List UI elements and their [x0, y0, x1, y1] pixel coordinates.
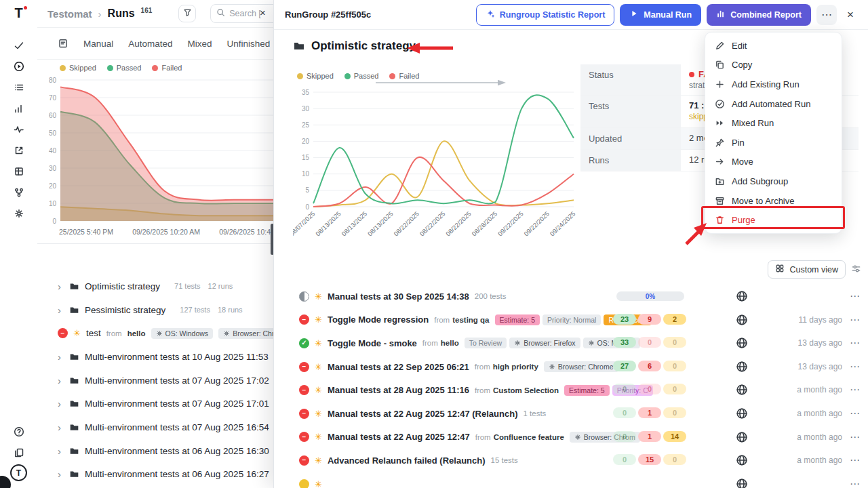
rail-item-help[interactable] — [9, 422, 28, 441]
close-panel-button[interactable]: × — [842, 5, 859, 25]
run-row[interactable]: − ✳ Manual tests at 22 Aug 2025 12:47 fr… — [274, 426, 868, 449]
legend-skipped: Skipped — [60, 64, 96, 72]
menu-item-add-automated-run[interactable]: Add Automated Run — [705, 94, 842, 114]
search-clear-button[interactable]: × — [260, 7, 266, 18]
folder-name[interactable]: Optimistic strategy — [85, 281, 160, 291]
rail-item-plans[interactable] — [9, 78, 28, 97]
run-menu-button[interactable]: ⋯ — [850, 431, 860, 443]
run-title[interactable]: Toggle Mode - smoke — [328, 338, 417, 348]
rail-item-reports[interactable] — [9, 162, 28, 181]
run-menu-button[interactable]: ⋯ — [850, 478, 860, 488]
gear-icon — [14, 208, 24, 219]
rail-item-tests[interactable] — [9, 36, 28, 55]
run-title[interactable]: Manual tests at 22 Sep 2025 06:21 — [328, 362, 469, 372]
rail-item-pulse[interactable] — [9, 120, 28, 139]
combined-report-button[interactable]: Combined Report — [707, 4, 811, 26]
filter-button[interactable] — [178, 5, 196, 22]
run-status-icon: − — [58, 328, 68, 338]
chevron-right-icon[interactable]: › — [58, 422, 64, 432]
chevron-right-icon[interactable]: › — [58, 281, 64, 291]
folder-name[interactable]: Pessimistic strategy — [85, 305, 165, 315]
more-actions-button[interactable]: ⋯ — [816, 5, 837, 25]
manual-run-button[interactable]: Manual Run — [620, 4, 701, 26]
run-row[interactable]: ✳ Manual tests at 30 Sep 2025 14:38 200 … — [274, 285, 868, 308]
detail-label: Tests — [580, 96, 681, 127]
folder-name[interactable]: Multi-environment tests at 06 Aug 2025 1… — [85, 469, 269, 479]
run-title[interactable]: Manual tests at 22 Aug 2025 12:47 — [328, 432, 470, 442]
folder-name[interactable]: Multi-environment tests at 07 Aug 2025 1… — [85, 399, 269, 409]
menu-item-mixed-run[interactable]: Mixed Run — [705, 113, 842, 133]
custom-view-button[interactable]: Custom view — [768, 260, 846, 279]
run-timestamp: 13 days ago — [798, 338, 842, 348]
runs-list: ✳ Manual tests at 30 Sep 2025 14:38 200 … — [274, 285, 868, 488]
chevron-right-icon[interactable]: › — [58, 469, 64, 479]
rail-item-runs[interactable] — [9, 57, 28, 76]
run-row[interactable]: ✓ ✳ Toggle Mode - smoke fromhello To Rev… — [274, 331, 868, 355]
run-row[interactable]: ✳ ⋯ — [274, 472, 868, 488]
env-badge: OS: Windows — [151, 328, 214, 339]
run-menu-button[interactable]: ⋯ — [850, 337, 860, 349]
run-menu-button[interactable]: ⋯ — [850, 454, 860, 466]
rail-item-settings[interactable] — [9, 204, 28, 223]
menu-item-add-subgroup[interactable]: Add Subgroup — [705, 171, 842, 191]
run-row-main: − ✳ Manual tests at 22 Aug 2025 12:47 (R… — [299, 402, 546, 426]
rail-item-branches[interactable] — [9, 183, 28, 202]
run-menu-button[interactable]: ⋯ — [850, 384, 860, 396]
run-menu-button[interactable]: ⋯ — [850, 290, 860, 302]
count-pill: 0 — [613, 454, 636, 465]
run-row[interactable]: − ✳ Toggle Mode regression fromtesting q… — [274, 308, 868, 332]
menu-item-label: Add Automated Run — [732, 99, 810, 109]
menu-item-pin[interactable]: Pin — [705, 133, 842, 152]
folder-name[interactable]: Multi-environment tests at 06 Aug 2025 1… — [85, 446, 269, 456]
run-subtitle: fromhello — [422, 339, 459, 347]
run-row-main: − ✳ Manual tests at 28 Aug 2025 11:16 fr… — [299, 378, 653, 402]
check-icon — [14, 40, 24, 51]
folder-plus-icon — [715, 176, 725, 186]
chevron-right-icon[interactable]: › — [58, 399, 64, 409]
svg-text:09/22/2025: 09/22/2025 — [522, 210, 551, 238]
view-settings-icon[interactable] — [851, 264, 861, 277]
run-menu-button[interactable]: ⋯ — [850, 314, 860, 326]
breadcrumb-app[interactable]: Testomat — [47, 8, 92, 20]
run-row[interactable]: − ✳ Advanced Relaunch failed (Relaunch) … — [274, 449, 868, 472]
menu-item-move[interactable]: Move — [705, 152, 842, 172]
run-menu-button[interactable]: ⋯ — [850, 407, 860, 420]
folder-name[interactable]: Multi-environment tests at 10 Aug 2025 1… — [85, 352, 269, 362]
globe-icon — [736, 384, 748, 396]
chevron-right-icon[interactable]: › — [58, 305, 64, 315]
chevron-right-icon[interactable]: › — [58, 352, 64, 362]
user-avatar[interactable]: T — [10, 464, 27, 481]
tab-automated[interactable]: Automated — [128, 39, 172, 49]
rail-item-export[interactable] — [9, 141, 28, 160]
run-title[interactable]: Toggle Mode regression — [328, 314, 429, 325]
run-timestamp: a month ago — [797, 409, 842, 418]
run-row[interactable]: − ✳ Manual tests at 22 Sep 2025 06:21 fr… — [274, 355, 868, 379]
run-title[interactable]: Manual tests at 22 Aug 2025 12:47 (Relau… — [328, 409, 518, 419]
rungroup-statistic-report-button[interactable]: Rungroup Statistic Report — [476, 4, 615, 26]
run-menu-button[interactable]: ⋯ — [850, 361, 860, 373]
chevron-right-icon[interactable]: › — [58, 446, 64, 456]
svg-text:08/22/2025: 08/22/2025 — [392, 210, 420, 238]
menu-item-add-existing-run[interactable]: Add Existing Run — [705, 75, 842, 94]
run-result-counts: 010 — [613, 407, 686, 418]
run-title[interactable]: Manual tests at 28 Aug 2025 11:16 — [328, 385, 469, 395]
run-tests-count: 200 tests — [475, 292, 507, 300]
run-row[interactable]: − ✳ Manual tests at 22 Aug 2025 12:47 (R… — [274, 402, 868, 426]
tab-mixed[interactable]: Mixed — [188, 39, 212, 49]
chevron-right-icon[interactable]: › — [58, 375, 64, 386]
rail-item-analytics[interactable] — [9, 99, 28, 118]
run-title[interactable]: Advanced Relaunch failed (Relaunch) — [328, 455, 486, 466]
run-title[interactable]: Manual tests at 30 Sep 2025 14:38 — [328, 291, 469, 302]
tab-unfinished[interactable]: Unfinished — [227, 39, 271, 49]
app-logo[interactable]: T — [14, 5, 22, 21]
folder-icon — [69, 446, 79, 456]
menu-item-copy[interactable]: Copy — [705, 56, 842, 75]
folder-meta-item: 127 tests — [180, 306, 210, 314]
folder-name[interactable]: Multi-environment tests at 07 Aug 2025 1… — [85, 375, 269, 386]
folder-name[interactable]: test — [86, 328, 101, 338]
tab-manual[interactable]: Manual — [83, 39, 113, 49]
menu-item-edit[interactable]: Edit — [705, 36, 842, 56]
run-row[interactable]: − ✳ Manual tests at 28 Aug 2025 11:16 fr… — [274, 378, 868, 402]
rail-item-docs[interactable] — [9, 443, 28, 462]
folder-name[interactable]: Multi-environment tests at 07 Aug 2025 1… — [85, 422, 269, 432]
